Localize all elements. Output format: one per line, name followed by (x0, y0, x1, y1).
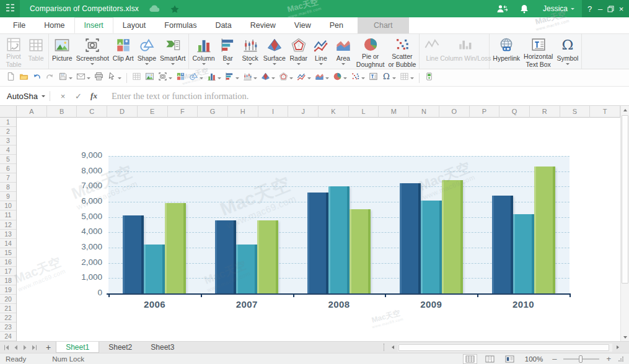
chart-bar[interactable] (123, 215, 144, 293)
clip-art-button[interactable] (174, 71, 187, 85)
column-header-q[interactable]: Q (499, 106, 530, 118)
chart-bar[interactable] (215, 220, 236, 293)
screenshot-button[interactable] (156, 71, 174, 85)
symbol-button[interactable]: ΩSymbol (555, 34, 580, 69)
sheet-tab-sheet1[interactable]: Sheet1 (56, 342, 99, 353)
horizontal-text-box-button[interactable]: Horizontal Text Box (522, 34, 555, 69)
column-header-l[interactable]: L (349, 106, 379, 118)
horizontal-scrollbar-thumb[interactable] (398, 344, 609, 351)
row-header-19[interactable]: 19 (0, 285, 16, 295)
last-sheet-button[interactable] (31, 344, 38, 351)
column-header-g[interactable]: G (198, 106, 228, 118)
pie-chart-button[interactable] (331, 71, 349, 85)
row-header-21[interactable]: 21 (0, 304, 16, 313)
vertical-scrollbar-thumb[interactable] (622, 115, 628, 284)
column-header-b[interactable]: B (47, 106, 77, 118)
resize-grip[interactable] (618, 356, 624, 362)
column-header-r[interactable]: R (530, 106, 560, 118)
row-header-2[interactable]: 2 (0, 127, 16, 136)
row-header-22[interactable]: 22 (0, 313, 16, 323)
stock-chart-button[interactable]: Stock (239, 34, 262, 69)
column-header-p[interactable]: P (470, 106, 500, 118)
row-header-5[interactable]: 5 (0, 155, 16, 164)
radar-chart-button[interactable] (277, 71, 295, 85)
page-layout-view-button[interactable] (483, 354, 497, 364)
tab-file[interactable]: File (4, 17, 35, 33)
next-sheet-button[interactable] (22, 344, 29, 351)
chart-bar[interactable] (144, 245, 165, 293)
confirm-entry-button[interactable]: ✓ (71, 92, 86, 101)
row-header-23[interactable]: 23 (0, 323, 16, 332)
stock-chart-button[interactable] (241, 71, 259, 85)
scrollbar-splitter-handle[interactable] (384, 344, 386, 351)
row-header-12[interactable]: 12 (0, 220, 16, 230)
add-sheet-button[interactable]: + (46, 342, 51, 352)
row-header-7[interactable]: 7 (0, 173, 16, 183)
tab-data[interactable]: Data (206, 17, 240, 33)
picture-button[interactable] (143, 71, 156, 85)
chart-bar[interactable] (236, 245, 257, 293)
chart-bar[interactable] (400, 183, 421, 293)
row-header-16[interactable]: 16 (0, 258, 16, 267)
help-button[interactable]: ? (584, 0, 595, 17)
add-user-icon[interactable] (491, 0, 513, 17)
zoom-out-button[interactable]: – (551, 354, 558, 363)
row-header-18[interactable]: 18 (0, 276, 16, 285)
tab-home[interactable]: Home (35, 17, 74, 33)
line-chart-button[interactable]: Line (310, 34, 332, 69)
row-header-9[interactable]: 9 (0, 192, 16, 201)
minimize-button[interactable]: – (595, 0, 605, 17)
bar-chart-button[interactable]: Bar (217, 34, 239, 69)
row-header-3[interactable]: 3 (0, 136, 16, 145)
tab-pen[interactable]: Pen (320, 17, 353, 33)
shape-button[interactable] (187, 71, 205, 85)
insert-function-button[interactable]: fx (86, 91, 102, 101)
hyperlink-button[interactable]: Hyperlink (491, 34, 522, 69)
main-menu-button[interactable] (0, 0, 20, 17)
column-header-c[interactable]: C (77, 106, 107, 118)
column-chart-button[interactable]: Column (190, 34, 216, 69)
name-box[interactable]: AutoSha (0, 92, 45, 101)
sheet-tab-sheet3[interactable]: Sheet3 (141, 342, 183, 353)
tab-insert[interactable]: Insert (74, 17, 113, 33)
row-header-6[interactable]: 6 (0, 164, 16, 173)
area-chart-button[interactable]: Area (332, 34, 354, 69)
row-header-15[interactable]: 15 (0, 248, 16, 258)
row-header-10[interactable]: 10 (0, 201, 16, 210)
previous-sheet-button[interactable] (12, 344, 19, 351)
chart-bar[interactable] (442, 180, 463, 293)
radar-chart-button[interactable]: Radar (288, 34, 310, 69)
zoom-slider-handle[interactable] (579, 355, 583, 363)
row-header-8[interactable]: 8 (0, 183, 16, 192)
chart-bar[interactable] (328, 186, 350, 293)
cancel-entry-button[interactable]: × (55, 92, 71, 101)
column-header-d[interactable]: D (107, 106, 138, 118)
column-header-o[interactable]: O (439, 106, 470, 118)
scroll-right-button[interactable] (614, 344, 621, 351)
shape-button[interactable]: Shape (136, 34, 158, 69)
zoom-in-button[interactable]: + (605, 354, 612, 363)
column-header-e[interactable]: E (138, 106, 168, 118)
chart-bar[interactable] (257, 220, 278, 293)
clip-art-button[interactable]: Clip Art (111, 34, 136, 69)
column-header-n[interactable]: N (409, 106, 439, 118)
column-header-f[interactable]: F (168, 106, 198, 118)
area-chart-button[interactable] (313, 71, 331, 85)
zoom-slider[interactable] (563, 358, 599, 360)
vertical-scrollbar[interactable] (620, 106, 629, 341)
column-header-t[interactable]: T (590, 106, 620, 118)
column-header-j[interactable]: J (288, 106, 319, 118)
tab-layout[interactable]: Layout (113, 17, 156, 33)
sheet-tab-sheet2[interactable]: Sheet2 (99, 342, 141, 353)
select-all-corner[interactable] (0, 106, 17, 118)
user-account[interactable]: Jessica (543, 4, 574, 13)
line-chart-button[interactable] (295, 71, 313, 85)
undo-button[interactable] (30, 71, 43, 85)
column-chart-button[interactable] (205, 71, 223, 85)
text-box-button[interactable] (367, 71, 380, 85)
smartart-button[interactable]: SmartArt (158, 34, 187, 69)
column-header-m[interactable]: M (379, 106, 409, 118)
tab-formulas[interactable]: Formulas (155, 17, 206, 33)
picture-button[interactable]: Picture (50, 34, 74, 69)
save-button[interactable] (56, 71, 74, 85)
